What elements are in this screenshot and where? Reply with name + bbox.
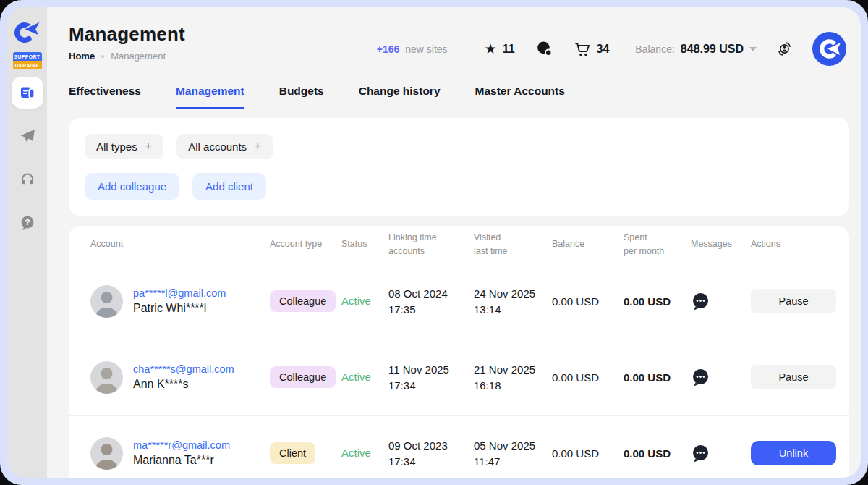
account-name: Ann K****s bbox=[133, 378, 234, 391]
visited-hour: 11:47 bbox=[474, 455, 552, 468]
support-ukraine-badge: SUPPORT UKRAINE bbox=[13, 52, 42, 69]
breadcrumb-current: Management bbox=[111, 51, 166, 62]
filter-all-types[interactable]: All types + bbox=[85, 134, 163, 159]
new-sites-label: new sites bbox=[405, 43, 447, 55]
tab-effectiveness[interactable]: Effectiveness bbox=[69, 85, 141, 109]
switch-account-button[interactable] bbox=[775, 40, 793, 58]
sidebar: SUPPORT UKRAINE bbox=[7, 7, 47, 478]
sidebar-nav: ? bbox=[12, 77, 43, 239]
linking-hour: 17:34 bbox=[388, 455, 474, 468]
headphones-icon bbox=[19, 171, 36, 188]
account-type-badge: Colleague bbox=[270, 290, 336, 312]
plus-icon: + bbox=[145, 139, 153, 154]
person-silhouette-icon bbox=[90, 285, 123, 318]
balance-dropdown[interactable]: Balance: 848.99 USD bbox=[635, 43, 757, 56]
accounts-table: Account Account type Status Linking time… bbox=[69, 226, 849, 478]
chevron-down-icon bbox=[749, 47, 757, 51]
breadcrumb: Home Management bbox=[69, 51, 185, 62]
account-text: ma*****r@gmail.com Marianna Ta***r bbox=[133, 439, 230, 467]
avatar bbox=[90, 361, 123, 394]
chat-button[interactable] bbox=[535, 40, 553, 58]
balance-cell: 0.00 USD bbox=[552, 447, 624, 460]
balance-cell: 0.00 USD bbox=[552, 371, 624, 384]
breadcrumb-home-link[interactable]: Home bbox=[69, 51, 95, 62]
message-button[interactable] bbox=[691, 368, 710, 387]
tab-master-accounts[interactable]: Master Accounts bbox=[475, 85, 565, 109]
tab-bar: Effectiveness Management Budgets Change … bbox=[47, 85, 861, 109]
topbar-right: +166 new sites ★ 11 bbox=[377, 32, 846, 66]
tab-budgets[interactable]: Budgets bbox=[279, 85, 324, 109]
linking-date: 09 Oct 2023 bbox=[388, 439, 474, 452]
main-content: Management Home Management +166 new site… bbox=[47, 7, 861, 478]
visited-cell: 05 Nov 2025 11:47 bbox=[474, 439, 552, 468]
account-cell: ma*****r@gmail.com Marianna Ta***r bbox=[90, 437, 270, 470]
linking-time-cell: 11 Nov 2025 17:34 bbox=[388, 363, 474, 392]
account-name: Marianna Ta***r bbox=[133, 454, 230, 467]
window-frame: SUPPORT UKRAINE bbox=[0, 0, 868, 485]
account-cell: pa*****l@gmail.com Patric Whi****l bbox=[90, 285, 270, 318]
app-window: SUPPORT UKRAINE bbox=[7, 7, 861, 478]
table-row: cha*****s@gmail.com Ann K****s Colleague… bbox=[69, 340, 849, 416]
favorites-count: 11 bbox=[503, 43, 515, 56]
linking-time-cell: 08 Oct 2024 17:35 bbox=[388, 287, 474, 316]
account-email-link[interactable]: cha*****s@gmail.com bbox=[133, 363, 234, 375]
linking-time-cell: 09 Oct 2023 17:34 bbox=[388, 439, 474, 468]
svg-text:?: ? bbox=[25, 218, 30, 227]
spent-cell: 0.00 USD bbox=[624, 447, 691, 460]
sidebar-item-help[interactable]: ? bbox=[12, 207, 43, 239]
star-icon: ★ bbox=[485, 42, 497, 56]
paper-plane-icon bbox=[19, 127, 36, 145]
row-action-button[interactable]: Pause bbox=[751, 289, 836, 313]
breadcrumb-separator bbox=[101, 55, 104, 58]
message-button[interactable] bbox=[691, 292, 710, 311]
filter-all-accounts[interactable]: All accounts + bbox=[176, 134, 273, 159]
filter-chip-row: All types + All accounts + bbox=[85, 134, 833, 159]
app-logo[interactable] bbox=[13, 19, 42, 46]
page-backdrop: SUPPORT UKRAINE bbox=[0, 0, 868, 485]
tab-change-history[interactable]: Change history bbox=[359, 85, 441, 109]
sidebar-item-news[interactable] bbox=[12, 77, 43, 109]
linking-hour: 17:35 bbox=[388, 303, 474, 316]
add-button-row: Add colleague Add client bbox=[85, 173, 833, 200]
col-messages: Messages bbox=[691, 237, 751, 250]
switch-account-icon bbox=[775, 40, 793, 58]
avatar-brand-icon bbox=[812, 32, 846, 66]
account-text: cha*****s@gmail.com Ann K****s bbox=[133, 363, 234, 391]
row-action-button[interactable]: Pause bbox=[751, 365, 836, 389]
col-spent: Spent per month bbox=[624, 231, 691, 257]
cart-count: 34 bbox=[597, 43, 610, 56]
tab-management[interactable]: Management bbox=[176, 85, 244, 109]
topbar: Management Home Management +166 new site… bbox=[47, 7, 861, 66]
visited-cell: 24 Nov 2025 13:14 bbox=[474, 287, 552, 316]
avatar bbox=[90, 285, 123, 318]
cart-icon bbox=[574, 41, 591, 58]
avatar bbox=[90, 437, 123, 470]
sidebar-item-send[interactable] bbox=[12, 120, 43, 152]
favorites-button[interactable]: ★ 11 bbox=[485, 42, 515, 56]
status-badge: Active bbox=[341, 447, 371, 459]
row-action-button[interactable]: Unlink bbox=[751, 441, 836, 465]
balance-cell: 0.00 USD bbox=[552, 295, 624, 308]
spent-cell: 0.00 USD bbox=[624, 295, 691, 308]
table-row: pa*****l@gmail.com Patric Whi****l Colle… bbox=[69, 263, 849, 340]
account-name: Patric Whi****l bbox=[133, 302, 226, 315]
filter-all-types-label: All types bbox=[96, 140, 137, 153]
account-cell: cha*****s@gmail.com Ann K****s bbox=[90, 361, 270, 394]
message-button[interactable] bbox=[691, 444, 710, 463]
person-silhouette-icon bbox=[90, 437, 123, 470]
status-badge: Active bbox=[341, 371, 371, 383]
user-avatar[interactable] bbox=[812, 32, 846, 66]
support-badge-bottom: UKRAINE bbox=[13, 61, 42, 69]
cart-button[interactable]: 34 bbox=[574, 41, 610, 58]
sidebar-item-support[interactable] bbox=[12, 164, 43, 195]
account-email-link[interactable]: ma*****r@gmail.com bbox=[133, 439, 230, 451]
account-email-link[interactable]: pa*****l@gmail.com bbox=[133, 287, 226, 299]
add-client-button[interactable]: Add client bbox=[192, 173, 266, 200]
col-linking-time: Linking time accounts bbox=[388, 231, 474, 257]
visited-hour: 13:14 bbox=[474, 303, 552, 316]
add-colleague-button[interactable]: Add colleague bbox=[85, 173, 179, 200]
message-bubble-icon bbox=[691, 444, 710, 463]
new-sites-link[interactable]: +166 new sites bbox=[377, 43, 448, 55]
account-text: pa*****l@gmail.com Patric Whi****l bbox=[133, 287, 226, 315]
linking-date: 11 Nov 2025 bbox=[388, 363, 474, 376]
